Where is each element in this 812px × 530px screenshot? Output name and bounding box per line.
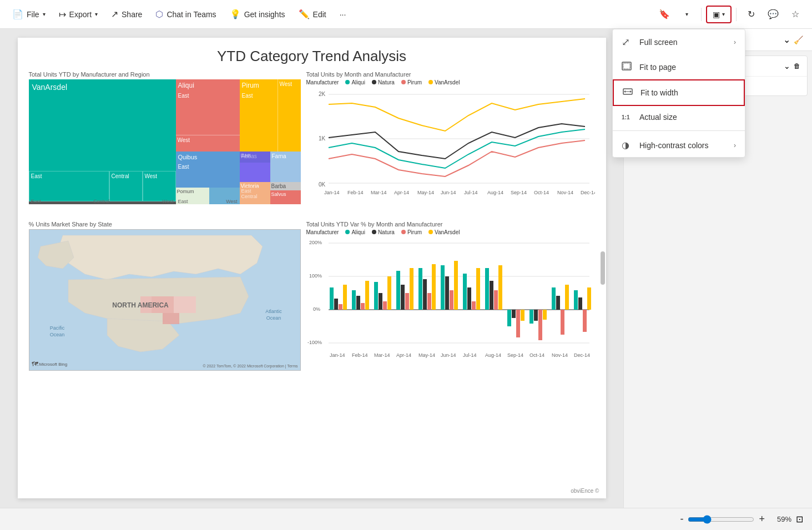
svg-rect-68 (561, 310, 564, 335)
svg-marker-105 (630, 90, 632, 93)
svg-text:0%: 0% (313, 306, 320, 312)
view-mode-button[interactable]: ▣ ▾ (706, 6, 732, 23)
high-contrast-item[interactable]: ◑ High-contrast colors › (613, 133, 745, 157)
svg-rect-38 (396, 271, 400, 310)
bookmark-button[interactable]: 🔖 (654, 4, 674, 24)
treemap-aliqui-west[interactable]: West (176, 135, 240, 152)
svg-rect-66 (552, 287, 556, 310)
svg-text:0K: 0K (319, 181, 326, 188)
treemap-aliqui[interactable]: Aliqui East (176, 79, 240, 135)
svg-rect-47 (445, 276, 449, 310)
chat-button[interactable]: ⬡ Chat in Teams (150, 6, 221, 23)
svg-text:Apr-14: Apr-14 (394, 190, 409, 195)
svg-rect-64 (538, 310, 542, 340)
svg-text:Feb-14: Feb-14 (352, 352, 368, 358)
panel-header-actions: ⌄ 🧹 (783, 34, 803, 45)
svg-rect-29 (343, 285, 347, 310)
treemap-pirum[interactable]: Pirum East (240, 79, 278, 152)
svg-text:-100%: -100% (307, 340, 322, 345)
actual-size-label: Actual size (639, 113, 677, 122)
fit-page-zoom-button[interactable]: ⊡ (796, 514, 803, 524)
share-icon: ↗ (111, 9, 118, 19)
scroll-indicator[interactable] (601, 251, 605, 285)
file-chevron-icon: ▾ (43, 11, 46, 17)
svg-text:Jul-14: Jul-14 (463, 352, 477, 358)
refresh-button[interactable]: ↻ (741, 4, 761, 24)
fullscreen-item[interactable]: ⤢ Full screen › (613, 29, 745, 55)
high-contrast-arrow: › (734, 142, 736, 149)
panel-eraser-button[interactable]: 🧹 (794, 34, 803, 45)
view-dropdown-menu: ⤢ Full screen › Fit to page Fit to width… (612, 29, 745, 158)
treemap-title: Total Units YTD by Manufacturer and Regi… (29, 71, 301, 78)
treemap-salvus[interactable]: Salvus (270, 190, 301, 204)
treemap[interactable]: VanArsdel East Central West (29, 79, 301, 204)
share-label: Share (122, 10, 142, 19)
fit-to-page-item[interactable]: Fit to page (613, 55, 745, 79)
svg-rect-61 (521, 310, 524, 321)
high-contrast-label: High-contrast colors (639, 141, 709, 150)
line-chart-title: Total Units by Month and Manufacturer (306, 71, 595, 78)
report-page: YTD Category Trend Analysis Total Units … (18, 38, 606, 498)
comment-button[interactable]: 💬 (763, 4, 783, 24)
svg-text:Atlantic: Atlantic (265, 309, 282, 314)
treemap-central[interactable]: East Central (240, 188, 270, 199)
report-title: YTD Category Trend Analysis (18, 38, 606, 70)
treemap-pirum-west[interactable]: West (278, 79, 301, 152)
bing-logo: 🗺 Microsoft Bing (32, 360, 68, 368)
export-button[interactable]: ↦ Export ▾ (53, 6, 103, 23)
svg-rect-44 (427, 293, 431, 310)
zoom-slider[interactable] (688, 515, 754, 524)
svg-text:Jun-14: Jun-14 (441, 190, 456, 195)
edit-button[interactable]: ✏️ Edit (293, 6, 332, 23)
bar-chart-container: Total Units YTD Var % by Month and Manuf… (306, 221, 595, 371)
bookmark-chevron-button[interactable]: ▾ (677, 4, 697, 24)
zoom-minus[interactable]: - (680, 513, 683, 525)
panel-section-eraser[interactable]: 🗑 (794, 62, 800, 70)
svg-rect-39 (401, 285, 405, 310)
svg-rect-55 (490, 281, 493, 310)
svg-text:Mar-14: Mar-14 (371, 190, 387, 195)
file-icon: 📄 (12, 9, 23, 19)
zoom-plus[interactable]: + (759, 513, 765, 525)
export-chevron-icon: ▾ (95, 11, 98, 17)
map-svg: NORTH AMERICA Pacific Ocean Atlantic Oce… (29, 230, 301, 371)
svg-text:Apr-14: Apr-14 (396, 352, 411, 358)
separator2 (736, 8, 737, 21)
panel-section-chevron[interactable]: ⌄ (784, 62, 790, 70)
svg-text:Jun-14: Jun-14 (441, 352, 456, 358)
svg-text:Ocean: Ocean (49, 332, 64, 337)
favorite-button[interactable]: ☆ (785, 4, 805, 24)
treemap-vanarsdel-west[interactable]: West (143, 171, 176, 201)
svg-text:May-14: May-14 (417, 190, 434, 195)
treemap-fama[interactable]: Farna (270, 152, 301, 182)
report-copyright: obviEnce © (571, 488, 599, 494)
fit-to-width-item[interactable]: Fit to width (613, 79, 745, 106)
svg-rect-50 (463, 274, 467, 310)
file-label: File (27, 10, 39, 19)
svg-text:200%: 200% (309, 240, 322, 245)
treemap-vanarsdel-central[interactable]: Central (109, 171, 143, 201)
map-title: % Units Market Share by State (29, 221, 301, 228)
map-visual[interactable]: NORTH AMERICA Pacific Ocean Atlantic Oce… (29, 229, 301, 371)
svg-rect-63 (534, 310, 538, 321)
insights-button[interactable]: 💡 Get insights (224, 6, 291, 23)
actual-size-item[interactable]: 1:1 Actual size (613, 106, 745, 128)
treemap-vanarsdel-east[interactable]: East (29, 171, 109, 201)
fullscreen-label: Full screen (639, 38, 677, 47)
bar-chart-svg: 200% 100% 0% -100% (306, 238, 595, 362)
svg-text:2K: 2K (319, 91, 326, 97)
share-button[interactable]: ↗ Share (105, 6, 148, 23)
treemap-bottom-labels2: East West (176, 199, 240, 204)
file-button[interactable]: 📄 File ▾ (7, 6, 51, 23)
svg-rect-59 (512, 310, 516, 318)
svg-rect-42 (418, 268, 422, 310)
treemap-vanarsdel[interactable]: VanArsdel (29, 79, 176, 171)
svg-rect-56 (494, 290, 498, 310)
map-container: % Units Market Share by State (29, 221, 301, 371)
more-button[interactable]: ··· (334, 7, 352, 22)
line-chart-legend: Manufacturer Aliqui Natura Pirum VanArsd… (306, 79, 595, 85)
svg-text:Mar-14: Mar-14 (374, 352, 390, 358)
treemap-east-sub[interactable]: East (240, 152, 270, 163)
panel-chevron-button[interactable]: ⌄ (783, 34, 790, 45)
line-chart-container: Total Units by Month and Manufacturer Ma… (306, 71, 595, 207)
